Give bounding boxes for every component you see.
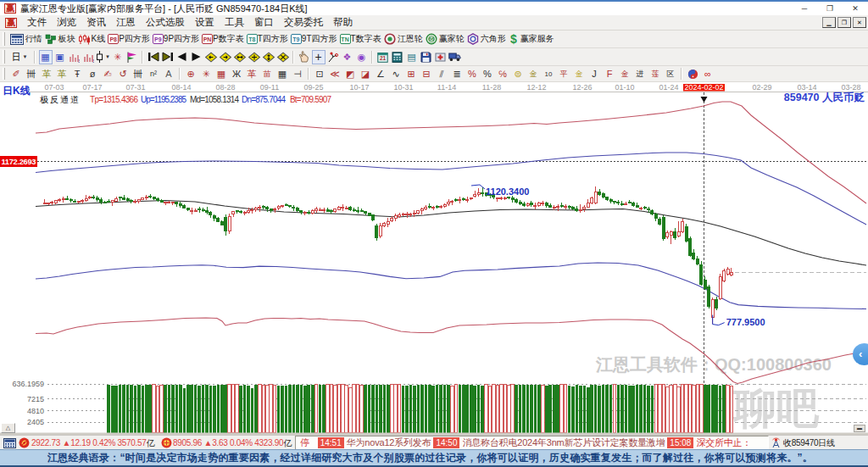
draw-n2-button[interactable]: n² (147, 68, 160, 81)
toolbar-winner-service-button[interactable]: $赢家服务 (509, 33, 554, 45)
draw-wave-button[interactable]: ∿ (390, 68, 403, 81)
draw-fan2-button[interactable]: ◪ (359, 68, 372, 81)
zoom-dia-plus-button[interactable] (248, 50, 261, 64)
draw-a-slash-button[interactable]: A (163, 68, 175, 81)
toolbar-quotes-button[interactable]: 行情 (10, 33, 42, 45)
mdi-minimize-button[interactable]: ▁ (822, 17, 836, 28)
draw-redgrid1-button[interactable]: ⊞ (405, 68, 418, 81)
draw-angle-button[interactable]: ∠ (375, 68, 387, 81)
keyboard-icon[interactable] (3, 436, 16, 450)
minimize-button[interactable]: ─ (792, 2, 817, 15)
toolbar-t-table-button[interactable]: TNT数字表 (340, 33, 381, 45)
sidebar-collapse-button[interactable]: ‹ (853, 343, 868, 365)
toolbar-p-square-button[interactable]: P8P四方形 (108, 33, 150, 45)
taichi-button[interactable] (687, 68, 699, 81)
draw-vgrid2-button[interactable]: 卌 (132, 68, 145, 81)
draw-area-button[interactable]: 区 (665, 68, 677, 81)
mdi-close-button[interactable]: ✕ (853, 17, 866, 28)
maximize-button[interactable]: ❐ (817, 2, 843, 15)
nav-last-button[interactable] (161, 50, 175, 64)
draw-pct-button[interactable]: % (481, 68, 494, 81)
pane-resize-button[interactable]: ▬ (854, 425, 865, 432)
draw-arc-arrow-button[interactable]: ↺ (117, 68, 130, 81)
candle-style-button[interactable]: ▼ (97, 50, 110, 64)
draw-vgrid-button[interactable]: 卌 (25, 68, 38, 81)
pattern-window-button[interactable]: ▦ (39, 50, 53, 64)
draw-flat-button[interactable]: 平 (558, 68, 570, 81)
save-disk-button[interactable] (420, 50, 433, 64)
toolbar-p-table-button[interactable]: PNP数字表 (202, 33, 244, 45)
zoom-dia-left-button[interactable] (204, 50, 218, 64)
draw-gold-v2-button[interactable]: 革 (56, 68, 69, 81)
draw-ten-pen-button[interactable]: 10 (542, 68, 555, 81)
draw-pct-lines-button[interactable]: ℅ (497, 68, 509, 81)
volume-pane-toggle-button[interactable]: △ (1, 423, 15, 433)
nav-prev-button[interactable] (175, 50, 189, 64)
period-day-button[interactable]: 日▼ (9, 50, 31, 64)
self-select-button[interactable]: ▣ (53, 50, 67, 64)
draw-red-box-button[interactable]: 革 (246, 68, 259, 81)
ex-rights-button[interactable]: ✳ (111, 50, 125, 64)
menu-窗口[interactable]: 窗口 (249, 15, 279, 30)
zoom-dia-right-button[interactable] (219, 50, 232, 64)
szse-index-icon[interactable] (161, 436, 172, 450)
draw-target-button[interactable]: ⊕ (185, 68, 198, 81)
draw-harrow-button[interactable]: ⊣ (292, 68, 304, 81)
draw-redgrid2-button[interactable]: ⊟ (420, 68, 433, 81)
draw-lotus-button[interactable]: 莲 (649, 68, 662, 81)
draw-sprout-button[interactable]: 苗 (261, 68, 274, 81)
draw-gold-v1-button[interactable]: 革 (41, 68, 53, 81)
toolbar-sectors-button[interactable]: 板块 (45, 33, 75, 45)
draw-fan1-button[interactable]: ◩ (344, 68, 357, 81)
calendar-button[interactable]: 21 (376, 50, 390, 64)
draw-rays-button[interactable]: ≪ (329, 68, 342, 81)
draw-pencil-button[interactable]: ✐ (10, 68, 23, 81)
draw-cycle-button[interactable]: ø (86, 68, 99, 81)
zoom-dia-v-button[interactable] (262, 50, 275, 64)
draw-gridbox-button[interactable]: ▦ (215, 68, 228, 81)
draw-star-button[interactable]: ✳ (200, 68, 213, 81)
nav-first-button[interactable] (147, 50, 160, 64)
menu-交易委托[interactable]: 交易委托 (279, 15, 328, 30)
menu-公式选股[interactable]: 公式选股 (141, 15, 190, 30)
infinity-button[interactable]: ∞ (702, 68, 715, 81)
toolbar-gann-wheel-button[interactable]: 江恩轮 (384, 33, 423, 45)
draw-carve-button[interactable]: ≣ (451, 68, 464, 81)
menu-文件[interactable]: 文件 (22, 15, 52, 30)
crosshair-button[interactable]: + (312, 50, 326, 64)
menu-设置[interactable]: 设置 (190, 15, 220, 30)
draw-pen-ruler-button[interactable]: ✍ (102, 68, 114, 81)
mdi-restore-button[interactable]: ❐ (837, 17, 851, 28)
menu-帮助[interactable]: 帮助 (328, 15, 358, 30)
toolbar-t-square-button[interactable]: T8T四方形 (247, 33, 288, 45)
draw-j-line-button[interactable]: J (588, 68, 601, 81)
draw-gold-le-button[interactable]: 金 (619, 68, 632, 81)
toolbar-hexagon-button[interactable]: 六角形 (467, 33, 506, 45)
draw-gold-circle-button[interactable]: ⊜ (512, 68, 525, 81)
draw-box-pin-button[interactable]: ⊡ (314, 68, 326, 81)
toolbar-p9-square-button[interactable]: P99P四方形 (153, 33, 199, 45)
draw-gold-lines-button[interactable]: 金 (527, 68, 540, 81)
menu-江恩[interactable]: 江恩 (111, 15, 141, 30)
draw-zh-button[interactable]: Ж (231, 68, 243, 81)
draw-fibo-f-button[interactable]: Ŧ (71, 68, 84, 81)
draw-f-line-button[interactable]: F (604, 68, 616, 81)
draw-gold2-button[interactable]: 金 (573, 68, 586, 81)
hand-drag-button[interactable] (298, 50, 311, 64)
draw-diag-button[interactable]: ⫽ (436, 68, 448, 81)
news-ticker[interactable]: 停 14:51华为nova12系列发布14:50消息称台积电2024年3nm新芯… (295, 436, 769, 450)
data-truck-button[interactable] (448, 50, 462, 64)
service-cross-button[interactable] (434, 50, 448, 64)
double-rings-button[interactable]: ◉ (355, 50, 369, 64)
toolbar-winner-wheel-button[interactable]: 66赢家轮 (426, 33, 465, 45)
nav-next-button[interactable] (190, 50, 203, 64)
flag-mark-button[interactable] (125, 50, 139, 64)
sse-index-icon[interactable] (19, 436, 30, 450)
calculator-button[interactable] (391, 50, 404, 64)
close-button[interactable]: ✕ (843, 2, 868, 15)
volume-chart-b-button[interactable]: 3 (82, 50, 96, 64)
menu-资讯[interactable]: 资讯 (81, 15, 111, 30)
menu-浏览[interactable]: 浏览 (52, 15, 81, 30)
volume-chart-a-button[interactable]: 3 (68, 50, 81, 64)
zoom-dia-x-button[interactable] (276, 50, 290, 64)
